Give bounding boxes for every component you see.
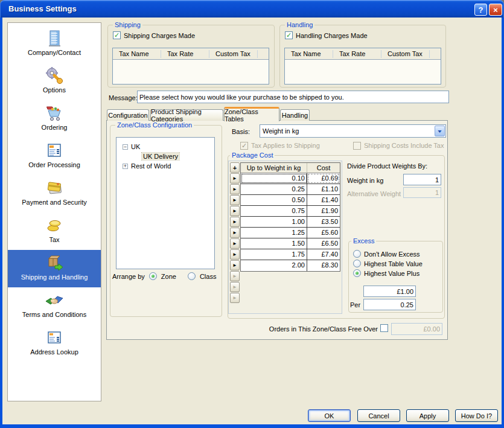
arrange-zone-radio[interactable] xyxy=(149,272,157,280)
close-icon: × xyxy=(493,5,498,14)
sidebar-item-order-processing[interactable]: Order Processing xyxy=(8,138,101,175)
row-selector-button[interactable]: ► xyxy=(230,195,240,205)
cancel-button[interactable]: Cancel xyxy=(357,409,400,422)
weight-cell[interactable]: 1.75 xyxy=(241,249,307,260)
tree-node-label[interactable]: Rest of World xyxy=(131,162,171,170)
weight-cell[interactable]: 0.10 xyxy=(241,173,307,184)
how-do-i-button[interactable]: How Do I? xyxy=(455,409,498,422)
costs-include-tax-checkbox[interactable] xyxy=(353,142,361,150)
order-form-icon xyxy=(45,141,64,160)
tab-label: Product Shipping Categories xyxy=(151,108,223,123)
weight-cell[interactable]: 1.25 xyxy=(241,228,307,238)
sidebar-item-company-contact[interactable]: Company/Contact xyxy=(8,25,101,63)
cost-cell[interactable]: £7.40 xyxy=(307,249,340,260)
weight-divisor-input[interactable] xyxy=(403,174,441,185)
tax-applies-checkbox[interactable]: ✓ xyxy=(240,142,248,150)
handling-tax-table[interactable]: Tax Name Tax Rate Custom Tax xyxy=(284,48,441,85)
sidebar-item-label: Company/Contact xyxy=(28,49,81,56)
highest-value-plus-radio[interactable] xyxy=(353,269,361,277)
excess-amount-input[interactable] xyxy=(363,286,416,297)
table-row: 0.50 £1.40 xyxy=(241,195,340,206)
alternative-weight-label: Alternative Weight xyxy=(347,190,401,198)
tree-node-uk[interactable]: − UK xyxy=(116,142,214,152)
row-selector-button[interactable]: ► xyxy=(230,173,240,184)
cost-cell[interactable]: £0.69 xyxy=(307,173,340,184)
window-title: Business Settings xyxy=(8,0,77,18)
row-selector-button[interactable]: ► xyxy=(230,206,240,216)
highest-table-value-radio[interactable] xyxy=(353,260,361,267)
shipping-tax-table[interactable]: Tax Name Tax Rate Custom Tax xyxy=(112,48,269,85)
button-label: OK xyxy=(325,412,334,420)
cost-cell[interactable]: £1.40 xyxy=(307,195,340,205)
excess-option-row: Don't Allow Excess xyxy=(353,250,420,258)
dropdown-button[interactable]: ▼ xyxy=(435,126,445,136)
collapse-icon[interactable]: − xyxy=(123,144,128,150)
button-label: Apply xyxy=(419,412,436,420)
row-selector-button[interactable]: ► xyxy=(230,217,240,227)
row-selector-button[interactable]: ► xyxy=(230,249,240,260)
sidebar-item-payment-security[interactable]: Payment and Security xyxy=(8,175,101,212)
row-selector-button[interactable]: ► xyxy=(230,238,240,249)
divide-weights-title: Divide Product Weights By: xyxy=(347,162,427,170)
cost-cell[interactable]: £3.50 xyxy=(307,217,340,227)
shipping-charges-checkbox[interactable]: ✓ xyxy=(113,31,121,39)
tree-node-label[interactable]: UK Delivery xyxy=(142,153,179,160)
sidebar-item-tax[interactable]: Tax xyxy=(8,212,101,250)
weight-cell[interactable]: 1.50 xyxy=(241,238,307,249)
column-header: Tax Rate xyxy=(333,50,381,58)
column-header: Cost xyxy=(307,163,340,173)
tree-node-rest-of-world[interactable]: + Rest of World xyxy=(116,161,214,171)
apply-button[interactable]: Apply xyxy=(406,409,449,422)
handling-charges-checkbox[interactable]: ✓ xyxy=(285,31,293,39)
sidebar-item-options[interactable]: Options xyxy=(8,63,101,100)
sidebar-item-address-lookup[interactable]: Address Lookup xyxy=(8,325,101,362)
sidebar-item-label: Options xyxy=(43,86,66,94)
row-selector-button-disabled: ► xyxy=(230,271,240,281)
row-selector-button[interactable]: ► xyxy=(230,228,240,238)
sidebar-item-shipping-handling[interactable]: Shipping and Handling xyxy=(8,250,101,287)
weight-cell[interactable]: 2.00 xyxy=(241,260,307,271)
expand-icon[interactable]: + xyxy=(123,164,128,169)
weight-cell[interactable]: 1.00 xyxy=(241,217,307,227)
cost-cell[interactable]: £1.90 xyxy=(307,206,340,216)
tab-configuration[interactable]: Configuration xyxy=(107,109,149,121)
free-over-checkbox[interactable] xyxy=(380,324,388,332)
alternative-weight-input xyxy=(403,187,441,198)
per-amount-input[interactable] xyxy=(363,299,416,310)
cost-cell[interactable]: £1.10 xyxy=(307,184,340,194)
row-arrow-icon: ► xyxy=(232,220,237,225)
weight-cell[interactable]: 0.75 xyxy=(241,206,307,216)
sidebar-item-ordering[interactable]: Ordering xyxy=(8,100,101,138)
tree-node-label[interactable]: UK xyxy=(131,143,140,150)
tab-handling[interactable]: Handling xyxy=(280,109,310,121)
package-arrow-icon xyxy=(45,253,64,272)
cost-cell[interactable]: £8.30 xyxy=(307,260,340,271)
handling-tax-table-header: Tax Name Tax Rate Custom Tax xyxy=(285,48,441,60)
basis-select[interactable]: Weight in kg ▼ xyxy=(260,124,446,138)
weight-cell[interactable]: 0.25 xyxy=(241,184,307,194)
sidebar-item-terms-conditions[interactable]: Terms and Conditions xyxy=(8,287,101,325)
row-selector-button[interactable]: ► xyxy=(230,260,240,270)
close-button[interactable]: × xyxy=(489,4,502,16)
tab-product-shipping-categories[interactable]: Product Shipping Categories xyxy=(150,109,223,121)
row-arrow-icon: ► xyxy=(232,231,237,235)
arrange-class-radio[interactable] xyxy=(188,272,196,280)
cost-cell[interactable]: £5.60 xyxy=(307,228,340,238)
help-button[interactable]: ? xyxy=(474,4,487,16)
table-row: 2.00 £8.30 xyxy=(241,260,340,271)
column-header: Up to Weight in kg xyxy=(241,163,307,173)
cost-cell[interactable]: £6.50 xyxy=(307,238,340,249)
zone-class-tree[interactable]: − UK UK Delivery + Rest of World xyxy=(116,137,215,269)
check-icon: ✓ xyxy=(114,32,120,39)
row-selector-button[interactable]: ► xyxy=(230,184,240,194)
add-row-button[interactable]: + xyxy=(230,162,240,173)
weight-cell[interactable]: 0.50 xyxy=(241,195,307,205)
dont-allow-excess-radio[interactable] xyxy=(353,250,361,258)
office-building-icon xyxy=(45,28,64,48)
ok-button[interactable]: OK xyxy=(308,409,351,422)
excess-option-row: Highest Value Plus xyxy=(353,269,419,277)
tree-node-uk-delivery[interactable]: UK Delivery xyxy=(116,152,214,161)
row-arrow-icon: ► xyxy=(232,263,237,268)
message-input[interactable] xyxy=(137,91,449,103)
tab-zone-class-tables[interactable]: Zone/Class Tables xyxy=(224,107,279,121)
